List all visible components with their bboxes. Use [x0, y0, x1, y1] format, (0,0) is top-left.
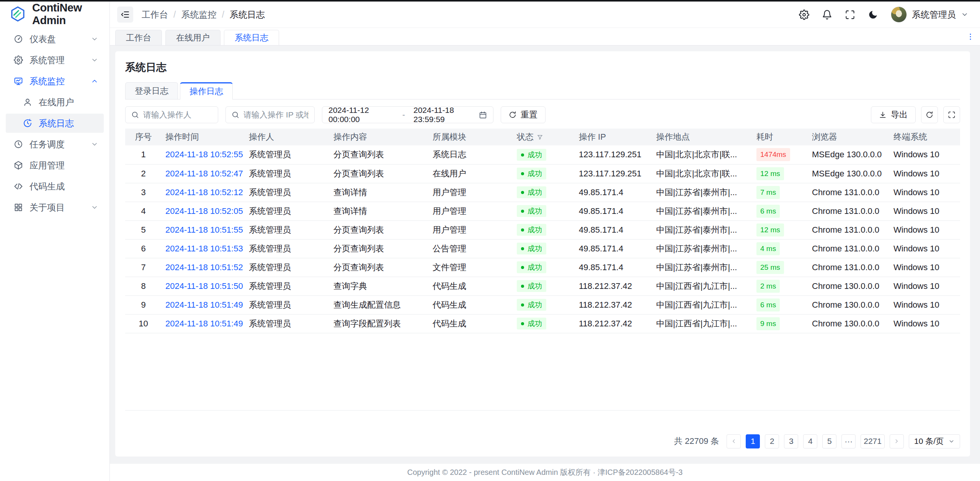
- time-link[interactable]: 2024-11-18 10:51:49: [165, 300, 243, 310]
- duration-badge: 12 ms: [756, 167, 784, 180]
- time-link[interactable]: 2024-11-18 10:52:05: [165, 206, 243, 216]
- nav-tab[interactable]: 工作台: [115, 30, 162, 45]
- sidebar-item-dashboard[interactable]: 仪表盘: [6, 29, 104, 49]
- cell-content: 分页查询列表: [330, 258, 429, 277]
- reset-button[interactable]: 重置: [501, 106, 546, 123]
- sidebar-item-label: 代码生成: [29, 181, 98, 192]
- nav-tab[interactable]: 系统日志: [224, 30, 279, 45]
- user-name: 系统管理员: [912, 9, 956, 21]
- notifications-button[interactable]: [822, 10, 832, 20]
- nav-tab[interactable]: 在线用户: [165, 30, 220, 45]
- time-link[interactable]: 2024-11-18 10:51:50: [165, 281, 243, 291]
- status-dot-icon: [521, 266, 524, 269]
- sidebar-collapse-button[interactable]: [117, 7, 133, 23]
- page-button[interactable]: 5: [822, 434, 836, 448]
- cell-operator: 系统管理员: [245, 295, 330, 314]
- chevron-down-icon: [91, 140, 98, 148]
- time-link[interactable]: 2024-11-18 10:51:53: [165, 244, 243, 253]
- page-button[interactable]: 4: [803, 434, 817, 448]
- refresh-table-button[interactable]: [921, 106, 938, 123]
- duration-badge: 2 ms: [756, 280, 780, 293]
- sidebar-item-about-project[interactable]: 关于项目: [6, 198, 104, 217]
- sidebar-item-system-logs[interactable]: 系统日志: [6, 114, 104, 133]
- status-badge: 成功: [517, 224, 546, 236]
- column-header: 操作地点: [652, 129, 753, 145]
- time-link[interactable]: 2024-11-18 10:51:52: [165, 263, 243, 272]
- app-shell: ContiNew Admin 仪表盘系统管理系统监控在线用户系统日志任务调度应用…: [0, 0, 980, 481]
- sidebar-item-label: 系统管理: [29, 54, 84, 66]
- export-button[interactable]: 导出: [871, 106, 916, 123]
- app-logo: ContiNew Admin: [0, 0, 109, 28]
- more-pages-button[interactable]: ···: [841, 434, 856, 448]
- breadcrumb-item[interactable]: 系统日志: [230, 9, 265, 21]
- table-row: 12024-11-18 10:52:55系统管理员分页查询列表系统日志成功123…: [125, 145, 960, 164]
- page-button[interactable]: 1: [746, 434, 760, 448]
- cell-time: 2024-11-18 10:51:55: [162, 220, 245, 239]
- time-link[interactable]: 2024-11-18 10:51:49: [165, 319, 243, 328]
- sidebar-item-system-management[interactable]: 系统管理: [6, 51, 104, 70]
- log-tab[interactable]: 登录日志: [125, 82, 178, 99]
- time-link[interactable]: 2024-11-18 10:52:47: [165, 169, 243, 178]
- sidebar: ContiNew Admin 仪表盘系统管理系统监控在线用户系统日志任务调度应用…: [0, 0, 110, 481]
- cell-os: Windows 10: [890, 314, 960, 333]
- system-log-card: 系统日志 登录日志操作日志 2024-11-12 00:00:00 - 20: [115, 51, 970, 457]
- page-button[interactable]: 2: [765, 434, 779, 448]
- cell-index: 10: [125, 314, 162, 333]
- ip-search-field[interactable]: [225, 106, 315, 123]
- cell-status: 成功: [513, 277, 575, 295]
- cell-browser: Chrome 131.0.0.0: [808, 258, 890, 277]
- sidebar-item-code-generation[interactable]: 代码生成: [6, 177, 104, 196]
- sidebar-item-system-monitor[interactable]: 系统监控: [6, 72, 104, 91]
- date-range-picker[interactable]: 2024-11-12 00:00:00 - 2024-11-18 23:59:5…: [322, 106, 493, 123]
- cell-module: 用户管理: [429, 220, 513, 239]
- table-row: 72024-11-18 10:51:52系统管理员分页查询列表文件管理成功49.…: [125, 258, 960, 277]
- page-button[interactable]: 3: [784, 434, 798, 448]
- sidebar-item-label: 系统监控: [29, 75, 84, 87]
- page-button[interactable]: 2271: [861, 434, 885, 448]
- topbar-actions: 系统管理员: [799, 7, 969, 23]
- tabstrip-more-button[interactable]: [966, 33, 975, 41]
- fullscreen-button[interactable]: [845, 10, 855, 20]
- operator-search-input[interactable]: [143, 110, 212, 119]
- nav-tabstrip: 工作台在线用户系统日志: [110, 28, 980, 46]
- cell-index: 3: [125, 183, 162, 202]
- cell-operator: 系统管理员: [245, 183, 330, 202]
- funnel-icon[interactable]: [537, 134, 543, 140]
- settings-button[interactable]: [799, 10, 809, 20]
- dark-mode-button[interactable]: [868, 10, 878, 20]
- app-title: ContiNew Admin: [32, 2, 109, 27]
- ip-search-input[interactable]: [243, 110, 309, 119]
- operator-search-field[interactable]: [125, 106, 218, 123]
- avatar[interactable]: [891, 7, 907, 23]
- cell-ip: 49.85.171.4: [575, 220, 652, 239]
- page-size-select[interactable]: 10 条/页: [909, 434, 960, 448]
- time-link[interactable]: 2024-11-18 10:51:55: [165, 225, 243, 235]
- sidebar-item-online-users[interactable]: 在线用户: [6, 93, 104, 112]
- settings-icon: [799, 10, 809, 20]
- status-badge: 成功: [517, 186, 546, 198]
- breadcrumb-item[interactable]: 系统监控: [181, 9, 216, 21]
- user-icon: [23, 98, 32, 107]
- cell-index: 1: [125, 145, 162, 164]
- previous-page-button[interactable]: [727, 434, 741, 448]
- status-badge: 成功: [517, 261, 546, 273]
- cell-location: 中国|江苏省|泰州市|...: [652, 183, 753, 202]
- reset-button-label: 重置: [521, 109, 537, 121]
- user-menu[interactable]: 系统管理员: [891, 7, 969, 23]
- date-end-value: 2024-11-18 23:59:59: [413, 106, 479, 124]
- duration-badge: 4 ms: [756, 242, 780, 255]
- cell-operator: 系统管理员: [245, 314, 330, 333]
- sidebar-item-task-scheduler[interactable]: 任务调度: [6, 135, 104, 154]
- cell-browser: Chrome 130.0.0.0: [808, 295, 890, 314]
- log-tab[interactable]: 操作日志: [180, 82, 233, 99]
- page-title: 系统日志: [125, 60, 960, 74]
- status-dot-icon: [521, 210, 524, 213]
- table-fullscreen-button[interactable]: [943, 106, 960, 123]
- time-link[interactable]: 2024-11-18 10:52:12: [165, 188, 243, 197]
- cell-duration: 12 ms: [753, 220, 808, 239]
- cell-content: 分页查询列表: [330, 239, 429, 258]
- breadcrumb-item[interactable]: 工作台: [142, 9, 168, 21]
- sidebar-item-app-management[interactable]: 应用管理: [6, 156, 104, 175]
- time-link[interactable]: 2024-11-18 10:52:55: [165, 150, 243, 159]
- next-page-button[interactable]: [890, 434, 904, 448]
